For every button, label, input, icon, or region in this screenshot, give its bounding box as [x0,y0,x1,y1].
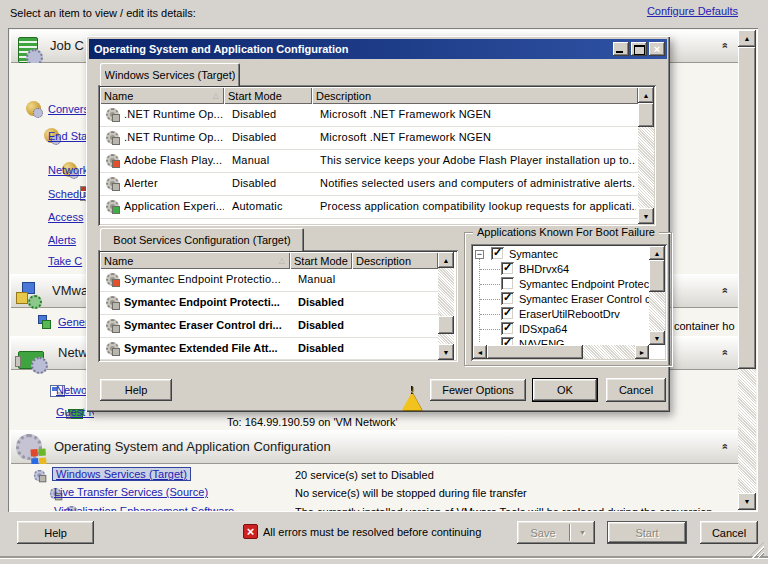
main-scrollbar[interactable] [738,30,756,510]
service-row[interactable]: .NET Runtime Op... Disabled Microsoft .N… [100,127,638,150]
service-gear-icon [106,200,119,213]
fewer-options-button[interactable]: Fewer Options [430,379,526,401]
dialog-cancel-button[interactable]: Cancel [606,378,666,402]
sidebar-link-schedule[interactable]: Schedu [48,188,85,200]
checkbox[interactable] [501,277,514,290]
service-start-mode: Disabled [298,296,354,308]
scroll-down-icon[interactable] [738,493,756,510]
scroll-up-icon[interactable] [638,87,654,103]
checkbox[interactable] [501,307,514,320]
scroll-up-icon[interactable] [738,30,756,47]
minimize-icon[interactable] [613,42,629,56]
dialog-help-button[interactable]: Help [100,379,172,401]
collapse-chevron-icon[interactable] [712,437,736,457]
help-button[interactable]: Help [17,521,94,544]
maximize-icon[interactable] [631,42,647,56]
service-row[interactable]: Application Experi... Automatic Process … [100,196,638,219]
service-row[interactable]: .NET Runtime Op... Disabled Microsoft .N… [100,104,638,127]
column-header-description[interactable]: Description [352,252,438,269]
live-transfer-services-link[interactable]: Live Transfer Services (Source) [54,486,208,498]
collapse-chevron-icon[interactable] [712,343,736,363]
checkbox[interactable] [501,322,514,335]
column-label: Description [356,255,411,267]
tree-item-label[interactable]: EraserUtilRebootDrv [519,308,620,320]
network-adapter-icon [18,351,44,369]
tree-item-label[interactable]: Symantec [509,248,558,260]
configure-defaults-link[interactable]: Configure Defaults [647,5,738,17]
windows-services-target-link[interactable]: Windows Services (Target) [52,467,191,481]
tree-item-label[interactable]: IDSxpa64 [519,323,567,335]
ok-button[interactable]: OK [532,378,598,402]
service-name: Symantec Extended File Att... [124,342,290,354]
windows-services-summary: 20 service(s) set to Disabled [295,469,725,481]
tab-windows-services[interactable]: Windows Services (Target) [100,63,240,86]
checkbox[interactable] [491,247,504,260]
column-header-name[interactable]: Name [100,87,224,104]
virtualization-software-summary: The currently installed version of VMwar… [295,506,725,511]
sidebar-link-network[interactable]: Network [48,164,88,176]
scrollbar-thumb[interactable] [649,260,665,292]
column-label: Start Mode [294,255,348,267]
tree-item-label[interactable]: BHDrvx64 [519,263,569,275]
boot-service-row[interactable]: Symantec Eraser Control dri... Disabled [100,315,438,338]
scrollbar-thumb[interactable] [638,103,654,127]
scroll-down-icon[interactable] [649,331,665,345]
start-button[interactable]: Start [607,521,687,544]
tree-item-label[interactable]: Symantec Endpoint Protec [519,278,649,290]
collapse-chevron-icon[interactable] [712,36,736,56]
tab-boot-services[interactable]: Boot Services Configuration (Target) [100,228,304,251]
service-gear-icon [106,108,119,121]
service-start-mode: Manual [232,154,312,166]
scroll-down-icon[interactable] [438,344,454,360]
scroll-down-icon[interactable] [638,208,654,224]
sort-ascending-icon [279,256,285,265]
tree-collapse-icon[interactable] [475,250,484,259]
boot-services-scrollbar[interactable] [438,252,454,360]
tree-vertical-scrollbar[interactable] [649,246,665,345]
boot-service-row[interactable]: Symantec Endpoint Protecti... Disabled [100,292,438,315]
scrollbar-thumb[interactable] [487,345,583,359]
checkbox[interactable] [501,292,514,305]
tree-item-label[interactable]: Symantec Eraser Control c [519,293,650,305]
sort-ascending-icon [213,91,219,100]
scroll-right-icon[interactable] [635,345,649,359]
checkbox[interactable] [501,262,514,275]
column-header-name[interactable]: Name [100,252,290,269]
save-dropdown-icon[interactable]: ▼ [570,529,595,536]
service-row[interactable]: Alerter Disabled Notifies selected users… [100,173,638,196]
tree-line [480,329,500,330]
resize-grip[interactable] [748,542,764,558]
service-row[interactable]: Adobe Flash Play... Manual This service … [100,150,638,173]
tree-horizontal-scrollbar[interactable] [473,345,649,359]
column-header-start-mode[interactable]: Start Mode [290,252,352,269]
sidebar-link-access[interactable]: Access [48,211,83,223]
instruction-text: Select an item to view / edit its detail… [10,7,410,19]
scroll-up-icon[interactable] [438,252,454,268]
service-gear-icon [106,319,119,332]
general-icon [36,314,51,329]
column-header-start-mode[interactable]: Start Mode [224,87,312,104]
boot-service-row[interactable]: Symantec Endpoint Protectio... Manual [100,269,438,292]
sidebar-link-take-control[interactable]: Take C [48,255,82,267]
sidebar-link-conversion[interactable]: Convers [48,103,89,115]
column-header-description[interactable]: Description [312,87,638,104]
collapse-chevron-icon[interactable] [712,281,736,301]
sidebar-link-end-state[interactable]: End Sta [48,130,87,142]
service-description: Process application compatibility lookup… [320,200,636,212]
virtualization-software-link[interactable]: Virtualization Enhancement Software [54,505,234,511]
service-gear-icon [106,273,119,286]
boot-service-row[interactable]: Symantec Extended File Att... Disabled [100,338,438,360]
dialog-title-bar[interactable]: Operating System and Application Configu… [89,39,667,59]
service-start-mode: Disabled [232,131,312,143]
close-icon[interactable] [649,42,665,56]
scroll-up-icon[interactable] [649,246,665,260]
scroll-left-icon[interactable] [473,345,487,359]
service-start-mode: Manual [298,273,354,285]
os-app-section-header[interactable]: Operating System and Application Configu… [10,430,738,464]
sidebar-link-alerts[interactable]: Alerts [48,234,76,246]
cancel-button[interactable]: Cancel [700,521,758,544]
services-scrollbar[interactable] [638,87,654,224]
save-button[interactable]: Save ▼ [517,521,595,544]
scrollbar-thumb[interactable] [738,47,756,369]
scrollbar-thumb[interactable] [438,316,454,334]
